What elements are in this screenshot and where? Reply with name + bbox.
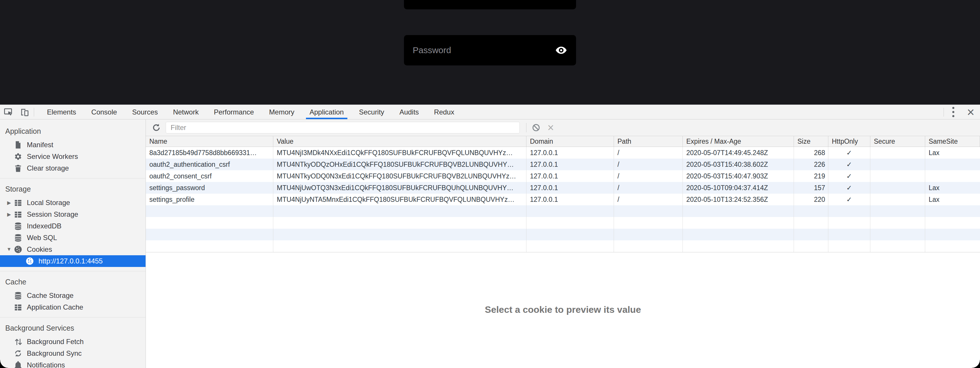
clear-icon[interactable]: × — [545, 122, 556, 133]
sidebar-item-manifest[interactable]: Manifest — [0, 139, 146, 151]
sidebar-item-clear-storage[interactable]: Clear storage — [0, 162, 146, 174]
chevron-right-icon[interactable]: ▶ — [5, 200, 13, 206]
tab-elements[interactable]: Elements — [40, 105, 84, 119]
table-row-settings-password[interactable]: settings_passwordMTU4NjUwOTQ3N3xEdi1CQkF… — [146, 182, 980, 194]
sidebar-item-notifications[interactable]: Notifications — [0, 359, 146, 368]
column-header-name[interactable]: Name — [146, 136, 273, 147]
tab-application[interactable]: Application — [302, 105, 351, 119]
column-header-path[interactable]: Path — [614, 136, 683, 147]
tab-performance[interactable]: Performance — [206, 105, 261, 119]
chevron-down-icon[interactable]: ▼ — [5, 246, 13, 252]
cell-domain: 127.0.0.1 — [527, 147, 614, 158]
cookie-icon — [13, 245, 23, 254]
grid-icon — [13, 303, 23, 312]
sidebar-item-label: Application Cache — [27, 303, 83, 311]
cell-secure — [870, 194, 925, 205]
table-row-8a3d27185b49d7758d8bb669331[interactable]: 8a3d27185b49d7758d8bb669331…MTU4NjI3MDk4… — [146, 147, 980, 158]
column-header-domain[interactable]: Domain — [527, 136, 614, 147]
close-icon[interactable]: × — [961, 105, 980, 119]
up-down-arrows-icon — [13, 338, 23, 346]
cookies-panel: × NameValueDomainPathExpires / Max-AgeSi… — [146, 120, 980, 368]
column-header-secure[interactable]: Secure — [870, 136, 925, 147]
chevron-right-icon[interactable]: ▶ — [5, 211, 13, 218]
sidebar-item-background-sync[interactable]: Background Sync — [0, 347, 146, 359]
column-header-samesite[interactable]: SameSite — [925, 136, 980, 147]
cell-path: / — [614, 158, 683, 170]
cell-expires — [683, 240, 794, 252]
cell-name: oauth2_authentication_csrf — [146, 158, 273, 170]
tab-sources[interactable]: Sources — [124, 105, 165, 119]
cell-http_only: ✓ — [828, 158, 870, 170]
tab-console[interactable]: Console — [84, 105, 124, 119]
column-header-value[interactable]: Value — [273, 136, 527, 147]
cell-name — [146, 240, 273, 252]
column-header-expires-max-age[interactable]: Expires / Max-Age — [683, 136, 794, 147]
refresh-icon[interactable] — [152, 123, 161, 132]
sidebar-item-cache-storage[interactable]: Cache Storage — [0, 290, 146, 301]
sidebar-section-cache: CacheCache StorageApplication Cache — [0, 271, 146, 317]
cell-path — [614, 217, 683, 229]
cell-domain — [527, 240, 614, 252]
cell-path — [614, 229, 683, 240]
cell-size — [794, 229, 828, 240]
table-row-empty — [146, 205, 980, 217]
sidebar-item-label: Background Fetch — [27, 338, 84, 346]
cell-secure — [870, 182, 925, 194]
eye-icon[interactable] — [555, 44, 567, 56]
sidebar-item-application-cache[interactable]: Application Cache — [0, 301, 146, 313]
tab-security[interactable]: Security — [352, 105, 392, 119]
sidebar-item-label: Background Sync — [27, 349, 82, 357]
password-field[interactable]: Password — [404, 35, 576, 66]
sidebar-section-background-services: Background ServicesBackground FetchBackg… — [0, 317, 146, 368]
sidebar-item-indexeddb[interactable]: IndexedDB — [0, 220, 146, 232]
cell-expires — [683, 217, 794, 229]
cell-same_site: Lax — [925, 194, 980, 205]
sidebar-item-background-fetch[interactable]: Background Fetch — [0, 336, 146, 347]
sidebar-section-application: ApplicationManifestService WorkersClear … — [0, 123, 146, 178]
cell-http_only — [828, 205, 870, 217]
table-row-settings-profile[interactable]: settings_profileMTU4NjUyNTA5MnxEdi1CQkFF… — [146, 194, 980, 205]
sidebar-item-label: Notifications — [27, 361, 65, 368]
more-options-icon[interactable] — [945, 105, 961, 119]
show-blocked-cookies-icon[interactable] — [532, 123, 541, 132]
cell-expires: 2020-05-10T09:04:37.414Z — [683, 182, 794, 194]
cell-secure — [870, 158, 925, 170]
table-row-empty — [146, 240, 980, 252]
sidebar-item-label: http://127.0.0.1:4455 — [38, 257, 103, 265]
cell-domain: 127.0.0.1 — [527, 158, 614, 170]
tab-network[interactable]: Network — [165, 105, 206, 119]
column-header-httponly[interactable]: HttpOnly — [828, 136, 870, 147]
tab-audits[interactable]: Audits — [392, 105, 426, 119]
column-header-size[interactable]: Size — [794, 136, 828, 147]
table-row-oauth2-consent-csrf[interactable]: oauth2_consent_csrfMTU4NTkyODQ0N3xEdi1CQ… — [146, 170, 980, 182]
cell-http_only: ✓ — [828, 170, 870, 182]
sidebar-item-web-sql[interactable]: Web SQL — [0, 232, 146, 243]
trash-icon — [13, 164, 23, 173]
cell-size — [794, 217, 828, 229]
table-row-empty — [146, 217, 980, 229]
grid-icon — [13, 210, 23, 219]
device-toolbar-icon[interactable] — [16, 105, 33, 119]
sidebar-section-storage: Storage▶Local Storage▶Session StorageInd… — [0, 178, 146, 271]
sidebar-item-session-storage[interactable]: ▶Session Storage — [0, 208, 146, 220]
tab-redux[interactable]: Redux — [426, 105, 462, 119]
sidebar-item-label: Manifest — [27, 141, 53, 149]
sidebar-item-cookies[interactable]: ▼Cookies — [0, 243, 146, 255]
cell-same_site — [925, 229, 980, 240]
cell-expires: 2020-05-07T14:49:45.248Z — [683, 147, 794, 158]
tab-memory[interactable]: Memory — [262, 105, 302, 119]
cell-expires: 2020-05-10T13:24:52.356Z — [683, 194, 794, 205]
filter-input[interactable] — [165, 122, 520, 133]
table-row-oauth2-authentication-csrf[interactable]: oauth2_authentication_csrfMTU4NTkyODQzOH… — [146, 158, 980, 170]
cell-expires: 2020-05-03T15:40:38.602Z — [683, 158, 794, 170]
cell-secure — [870, 170, 925, 182]
preview-message: Select a cookie to preview its value — [485, 304, 641, 315]
sidebar-item-service-workers[interactable]: Service Workers — [0, 151, 146, 162]
cell-http_only: ✓ — [828, 182, 870, 194]
sidebar-item-local-storage[interactable]: ▶Local Storage — [0, 197, 146, 208]
grid-icon — [13, 198, 23, 207]
sidebar-item-http-127-0-0-1-4455[interactable]: http://127.0.0.1:4455 — [0, 255, 146, 267]
username-field[interactable] — [404, 0, 576, 10]
inspect-element-icon[interactable] — [0, 105, 16, 119]
window-corner — [972, 360, 980, 368]
